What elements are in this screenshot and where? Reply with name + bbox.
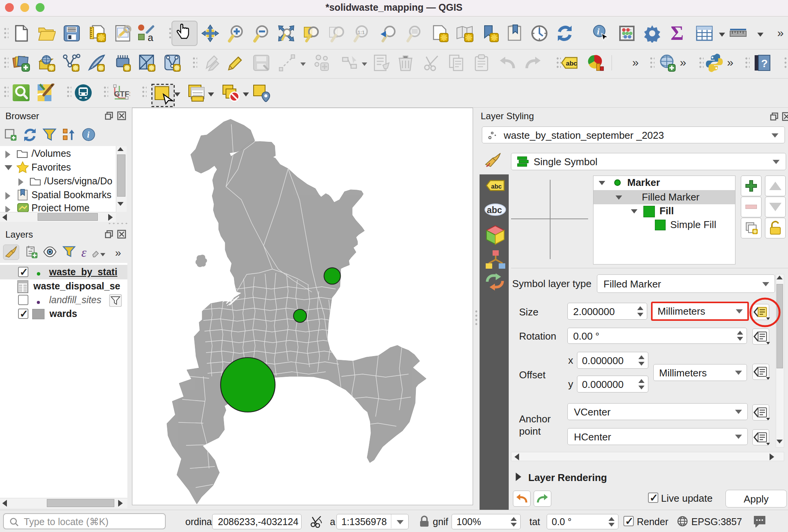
svg-text:abc: abc xyxy=(566,60,577,67)
svg-text:abc: abc xyxy=(487,205,502,215)
svg-text:i: i xyxy=(597,26,600,36)
svg-text:i: i xyxy=(87,130,90,140)
svg-text:a: a xyxy=(148,32,153,43)
svg-text:?: ? xyxy=(761,57,768,69)
svg-text:GTFS: GTFS xyxy=(114,90,130,98)
svg-text:abc: abc xyxy=(491,183,502,190)
